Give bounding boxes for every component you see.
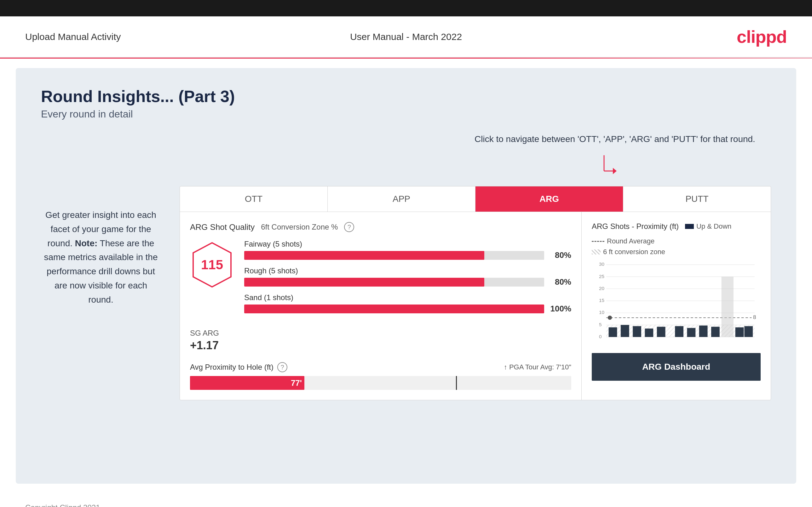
header-divider xyxy=(0,58,812,59)
pga-avg: ↑ PGA Tour Avg: 7'10" xyxy=(504,363,571,371)
svg-rect-32 xyxy=(711,327,720,337)
score-row: 115 Fairway (5 shots) xyxy=(190,240,571,320)
svg-rect-30 xyxy=(687,328,696,337)
legend-updown: Up & Down xyxy=(685,222,731,230)
left-section: ARG Shot Quality 6ft Conversion Zone % ?… xyxy=(180,212,582,400)
bar-track-fairway xyxy=(244,251,544,260)
proximity-bar-fill: 77' xyxy=(190,376,304,390)
svg-rect-27 xyxy=(645,329,653,337)
chart-area: 30 25 20 15 10 5 0 xyxy=(592,259,761,347)
page-subtitle: Every round in detail xyxy=(41,108,771,120)
proximity-section: Avg Proximity to Hole (ft) ? ↑ PGA Tour … xyxy=(190,362,571,390)
svg-rect-23 xyxy=(721,277,733,337)
svg-rect-31 xyxy=(699,326,708,337)
svg-rect-34 xyxy=(744,326,753,337)
svg-marker-2 xyxy=(613,168,617,174)
arrow-container xyxy=(180,152,771,184)
upload-label[interactable]: Upload Manual Activity xyxy=(25,32,121,42)
chart-svg: 30 25 20 15 10 5 0 xyxy=(592,259,761,347)
svg-rect-26 xyxy=(633,326,641,337)
arg-dashboard-button[interactable]: ARG Dashboard xyxy=(592,353,761,381)
bar-row-sand: Sand (1 shots) 100% xyxy=(244,293,571,314)
svg-text:5: 5 xyxy=(599,322,602,327)
bar-row-fairway: Fairway (5 shots) 80% xyxy=(244,240,571,260)
tab-bar: OTT APP ARG PUTT xyxy=(180,186,771,212)
svg-text:0: 0 xyxy=(599,334,602,339)
bar-fill-sand xyxy=(244,304,544,313)
sg-value: +1.17 xyxy=(190,339,571,352)
section-title: ARG Shot Quality xyxy=(190,222,255,232)
svg-rect-25 xyxy=(621,325,629,337)
help-icon[interactable]: ? xyxy=(344,222,354,232)
header: Upload Manual Activity User Manual - Mar… xyxy=(0,16,812,58)
main-content: Round Insights... (Part 3) Every round i… xyxy=(16,68,796,484)
bar-value-rough: 80% xyxy=(549,277,571,287)
nav-instruction: Click to navigate between 'OTT', 'APP', … xyxy=(459,132,771,146)
legend-updown-swatch xyxy=(685,224,694,229)
svg-text:25: 25 xyxy=(599,274,604,279)
proximity-value: 77' xyxy=(291,378,302,388)
svg-point-22 xyxy=(608,316,612,320)
bar-fill-fairway xyxy=(244,251,484,260)
proximity-header: Avg Proximity to Hole (ft) ? ↑ PGA Tour … xyxy=(190,362,571,372)
header-center-label: User Manual - March 2022 xyxy=(350,32,462,42)
bar-container-fairway: 80% xyxy=(244,250,571,260)
chart-header: ARG Shots - Proximity (ft) Up & Down Rou… xyxy=(592,222,761,245)
nav-instruction-row: Click to navigate between 'OTT', 'APP', … xyxy=(180,132,771,146)
proximity-bar-container: 77' xyxy=(190,376,571,390)
logo: clippd xyxy=(737,26,787,47)
svg-text:15: 15 xyxy=(599,297,604,303)
svg-text:8: 8 xyxy=(753,314,756,320)
proximity-help-icon[interactable]: ? xyxy=(277,362,287,372)
legend-6ft-row: 6 ft conversion zone xyxy=(592,248,761,256)
section-header: ARG Shot Quality 6ft Conversion Zone % ? xyxy=(190,222,571,232)
main-panel: Click to navigate between 'OTT', 'APP', … xyxy=(180,132,771,400)
left-sidebar: Get greater insight into each facet of y… xyxy=(41,132,161,400)
page-title: Round Insights... (Part 3) xyxy=(41,87,771,106)
svg-rect-28 xyxy=(657,327,665,337)
svg-text:30: 30 xyxy=(599,261,604,267)
bar-fill-rough xyxy=(244,278,484,287)
sidebar-note: Get greater insight into each facet of y… xyxy=(41,208,161,307)
top-bar xyxy=(0,0,812,16)
sg-section: SG ARG +1.17 xyxy=(190,329,571,352)
dashboard-body: ARG Shot Quality 6ft Conversion Zone % ?… xyxy=(180,212,771,400)
proximity-cursor xyxy=(456,376,457,390)
bar-container-rough: 80% xyxy=(244,277,571,287)
tab-arg[interactable]: ARG xyxy=(475,186,623,212)
chart-header-row: ARG Shots - Proximity (ft) Up & Down Rou… xyxy=(592,222,761,256)
content-layout: Get greater insight into each facet of y… xyxy=(41,132,771,400)
bar-label-fairway: Fairway (5 shots) xyxy=(244,240,571,248)
bar-label-sand: Sand (1 shots) xyxy=(244,293,571,302)
hexagon-container: 115 xyxy=(190,240,234,290)
section-subtitle: 6ft Conversion Zone % xyxy=(261,223,338,231)
copyright: Copyright Clippd 2021 xyxy=(25,503,100,507)
legend-round-avg: Round Average xyxy=(592,237,654,245)
legend-dashed-line xyxy=(592,241,604,242)
chart-title: ARG Shots - Proximity (ft) xyxy=(592,222,679,231)
proximity-title: Avg Proximity to Hole (ft) ? xyxy=(190,362,287,372)
tab-app[interactable]: APP xyxy=(328,186,475,212)
bars-section: Fairway (5 shots) 80% Ro xyxy=(244,240,571,320)
footer: Copyright Clippd 2021 xyxy=(0,493,812,507)
arrow-icon xyxy=(601,152,620,184)
svg-rect-29 xyxy=(675,326,683,337)
bar-container-sand: 100% xyxy=(244,304,571,314)
bar-track-sand xyxy=(244,304,544,313)
bar-label-rough: Rough (5 shots) xyxy=(244,267,571,275)
right-section: ARG Shots - Proximity (ft) Up & Down Rou… xyxy=(582,212,771,400)
tab-putt[interactable]: PUTT xyxy=(623,186,771,212)
svg-text:20: 20 xyxy=(599,286,604,291)
bar-track-rough xyxy=(244,278,544,287)
hex-score: 115 xyxy=(201,257,223,272)
sg-label: SG ARG xyxy=(190,329,571,338)
bar-row-rough: Rough (5 shots) 80% xyxy=(244,267,571,287)
legend-hatched-swatch xyxy=(592,249,601,255)
bar-value-fairway: 80% xyxy=(549,250,571,260)
svg-rect-33 xyxy=(735,327,744,337)
svg-text:10: 10 xyxy=(599,309,604,315)
bar-value-sand: 100% xyxy=(549,304,571,314)
tab-ott[interactable]: OTT xyxy=(180,186,328,212)
svg-rect-24 xyxy=(609,327,617,337)
dashboard-card: OTT APP ARG PUTT xyxy=(180,186,771,400)
